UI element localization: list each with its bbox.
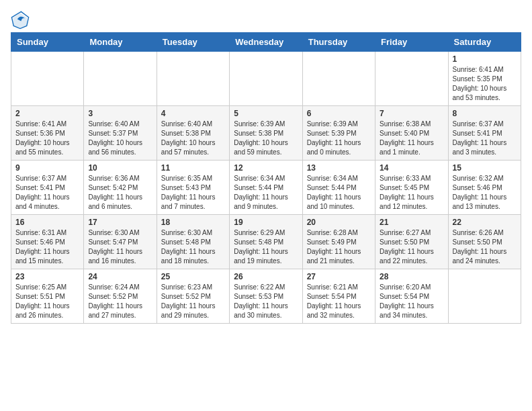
day-number: 11 [161, 163, 225, 173]
day-number: 20 [307, 218, 371, 227]
day-number: 10 [88, 163, 152, 173]
day-info: Sunrise: 6:41 AM Sunset: 5:35 PM Dayligh… [453, 65, 517, 103]
day-number: 28 [380, 272, 443, 281]
day-info: Sunrise: 6:34 AM Sunset: 5:44 PM Dayligh… [234, 174, 298, 212]
day-info: Sunrise: 6:36 AM Sunset: 5:42 PM Dayligh… [88, 174, 152, 212]
calendar-day-cell: 8Sunrise: 6:37 AM Sunset: 5:41 PM Daylig… [448, 106, 521, 161]
calendar-day-cell [84, 52, 157, 106]
calendar-day-cell: 7Sunrise: 6:38 AM Sunset: 5:40 PM Daylig… [375, 106, 448, 161]
day-info: Sunrise: 6:38 AM Sunset: 5:40 PM Dayligh… [380, 120, 443, 157]
day-of-week-header: Saturday [448, 33, 521, 52]
day-info: Sunrise: 6:40 AM Sunset: 5:38 PM Dayligh… [161, 120, 225, 157]
calendar-table: SundayMondayTuesdayWednesdayThursdayFrid… [11, 32, 521, 324]
calendar-week-row: 16Sunrise: 6:31 AM Sunset: 5:46 PM Dayli… [11, 215, 521, 269]
logo-icon [11, 11, 30, 30]
calendar-week-row: 1Sunrise: 6:41 AM Sunset: 5:35 PM Daylig… [11, 52, 521, 106]
day-of-week-header: Tuesday [157, 33, 229, 52]
day-info: Sunrise: 6:29 AM Sunset: 5:48 PM Dayligh… [234, 228, 298, 266]
day-number: 14 [380, 163, 443, 173]
calendar-day-cell: 26Sunrise: 6:22 AM Sunset: 5:53 PM Dayli… [230, 269, 302, 324]
day-info: Sunrise: 6:35 AM Sunset: 5:43 PM Dayligh… [161, 174, 225, 212]
day-info: Sunrise: 6:30 AM Sunset: 5:47 PM Dayligh… [88, 228, 152, 266]
day-number: 12 [234, 163, 298, 173]
day-number: 21 [380, 218, 443, 227]
day-info: Sunrise: 6:28 AM Sunset: 5:49 PM Dayligh… [307, 228, 371, 266]
calendar-day-cell: 3Sunrise: 6:40 AM Sunset: 5:37 PM Daylig… [84, 106, 157, 161]
day-info: Sunrise: 6:25 AM Sunset: 5:51 PM Dayligh… [15, 283, 79, 320]
calendar-day-cell [448, 269, 521, 324]
day-info: Sunrise: 6:39 AM Sunset: 5:38 PM Dayligh… [234, 120, 298, 157]
calendar-day-cell [375, 52, 448, 106]
day-number: 7 [380, 109, 443, 118]
day-info: Sunrise: 6:32 AM Sunset: 5:46 PM Dayligh… [453, 174, 517, 212]
calendar-day-cell [230, 52, 302, 106]
day-number: 6 [307, 109, 371, 118]
calendar-day-cell: 13Sunrise: 6:34 AM Sunset: 5:44 PM Dayli… [302, 161, 375, 215]
calendar-day-cell: 28Sunrise: 6:20 AM Sunset: 5:54 PM Dayli… [375, 269, 448, 324]
calendar-day-cell: 17Sunrise: 6:30 AM Sunset: 5:47 PM Dayli… [84, 215, 157, 269]
calendar-day-cell: 2Sunrise: 6:41 AM Sunset: 5:36 PM Daylig… [11, 106, 84, 161]
calendar-week-row: 2Sunrise: 6:41 AM Sunset: 5:36 PM Daylig… [11, 106, 521, 161]
calendar-day-cell [157, 52, 229, 106]
day-info: Sunrise: 6:37 AM Sunset: 5:41 PM Dayligh… [15, 174, 79, 212]
day-info: Sunrise: 6:33 AM Sunset: 5:45 PM Dayligh… [380, 174, 443, 212]
calendar-week-row: 9Sunrise: 6:37 AM Sunset: 5:41 PM Daylig… [11, 161, 521, 215]
day-info: Sunrise: 6:30 AM Sunset: 5:48 PM Dayligh… [161, 228, 225, 266]
calendar-day-cell: 14Sunrise: 6:33 AM Sunset: 5:45 PM Dayli… [375, 161, 448, 215]
day-info: Sunrise: 6:37 AM Sunset: 5:41 PM Dayligh… [453, 120, 517, 157]
day-number: 22 [453, 218, 517, 227]
day-number: 5 [234, 109, 298, 118]
day-number: 9 [15, 163, 79, 173]
calendar-day-cell: 19Sunrise: 6:29 AM Sunset: 5:48 PM Dayli… [230, 215, 302, 269]
day-number: 19 [234, 218, 298, 227]
day-info: Sunrise: 6:24 AM Sunset: 5:52 PM Dayligh… [88, 283, 152, 320]
day-info: Sunrise: 6:21 AM Sunset: 5:54 PM Dayligh… [307, 283, 371, 320]
calendar-day-cell: 9Sunrise: 6:37 AM Sunset: 5:41 PM Daylig… [11, 161, 84, 215]
day-info: Sunrise: 6:27 AM Sunset: 5:50 PM Dayligh… [380, 228, 443, 266]
day-info: Sunrise: 6:22 AM Sunset: 5:53 PM Dayligh… [234, 283, 298, 320]
day-number: 18 [161, 218, 225, 227]
day-number: 16 [15, 218, 79, 227]
calendar-day-cell: 10Sunrise: 6:36 AM Sunset: 5:42 PM Dayli… [84, 161, 157, 215]
day-info: Sunrise: 6:23 AM Sunset: 5:52 PM Dayligh… [161, 283, 225, 320]
day-number: 24 [88, 272, 152, 281]
day-number: 1 [453, 54, 517, 64]
calendar-day-cell: 12Sunrise: 6:34 AM Sunset: 5:44 PM Dayli… [230, 161, 302, 215]
page-header [11, 11, 521, 30]
day-of-week-header: Sunday [11, 33, 84, 52]
day-number: 13 [307, 163, 371, 173]
day-info: Sunrise: 6:39 AM Sunset: 5:39 PM Dayligh… [307, 120, 371, 157]
calendar-day-cell: 23Sunrise: 6:25 AM Sunset: 5:51 PM Dayli… [11, 269, 84, 324]
day-of-week-header: Thursday [302, 33, 375, 52]
calendar-day-cell: 6Sunrise: 6:39 AM Sunset: 5:39 PM Daylig… [302, 106, 375, 161]
day-number: 25 [161, 272, 225, 281]
day-info: Sunrise: 6:26 AM Sunset: 5:50 PM Dayligh… [453, 228, 517, 266]
day-info: Sunrise: 6:34 AM Sunset: 5:44 PM Dayligh… [307, 174, 371, 212]
calendar-header-row: SundayMondayTuesdayWednesdayThursdayFrid… [11, 33, 521, 52]
day-of-week-header: Monday [84, 33, 157, 52]
calendar-day-cell: 22Sunrise: 6:26 AM Sunset: 5:50 PM Dayli… [448, 215, 521, 269]
day-number: 3 [88, 109, 152, 118]
day-info: Sunrise: 6:31 AM Sunset: 5:46 PM Dayligh… [15, 228, 79, 266]
calendar-day-cell: 16Sunrise: 6:31 AM Sunset: 5:46 PM Dayli… [11, 215, 84, 269]
day-of-week-header: Friday [375, 33, 448, 52]
day-number: 8 [453, 109, 517, 118]
calendar-day-cell: 18Sunrise: 6:30 AM Sunset: 5:48 PM Dayli… [157, 215, 229, 269]
calendar-day-cell: 4Sunrise: 6:40 AM Sunset: 5:38 PM Daylig… [157, 106, 229, 161]
day-number: 17 [88, 218, 152, 227]
calendar-week-row: 23Sunrise: 6:25 AM Sunset: 5:51 PM Dayli… [11, 269, 521, 324]
calendar-day-cell [11, 52, 84, 106]
day-number: 2 [15, 109, 79, 118]
day-number: 4 [161, 109, 225, 118]
calendar-day-cell: 5Sunrise: 6:39 AM Sunset: 5:38 PM Daylig… [230, 106, 302, 161]
day-info: Sunrise: 6:40 AM Sunset: 5:37 PM Dayligh… [88, 120, 152, 157]
calendar-day-cell: 24Sunrise: 6:24 AM Sunset: 5:52 PM Dayli… [84, 269, 157, 324]
day-number: 27 [307, 272, 371, 281]
calendar-day-cell: 1Sunrise: 6:41 AM Sunset: 5:35 PM Daylig… [448, 52, 521, 106]
day-number: 26 [234, 272, 298, 281]
calendar-day-cell: 21Sunrise: 6:27 AM Sunset: 5:50 PM Dayli… [375, 215, 448, 269]
logo [11, 11, 32, 30]
calendar-day-cell [302, 52, 375, 106]
calendar-day-cell: 15Sunrise: 6:32 AM Sunset: 5:46 PM Dayli… [448, 161, 521, 215]
calendar-day-cell: 20Sunrise: 6:28 AM Sunset: 5:49 PM Dayli… [302, 215, 375, 269]
